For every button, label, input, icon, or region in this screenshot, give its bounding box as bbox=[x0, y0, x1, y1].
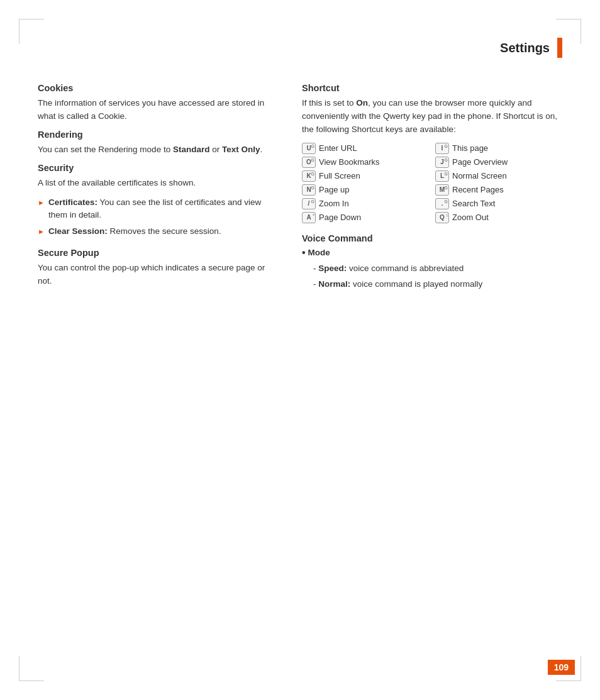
shortcut-item: /GZoom In bbox=[302, 198, 429, 209]
key-badge: LG bbox=[435, 170, 449, 182]
key-badge: UG bbox=[302, 143, 316, 154]
secure-popup-section: Secure Popup You can control the pop-up … bbox=[38, 248, 277, 288]
shortcut-item: OGView Bookmarks bbox=[302, 157, 429, 168]
voice-command-section: Voice Command Mode - Speed: voice comman… bbox=[302, 233, 562, 291]
secure-popup-text: You can control the pop-up which indicat… bbox=[38, 262, 277, 288]
corner-mark-tr-v bbox=[581, 19, 581, 44]
main-content: Cookies The information of services you … bbox=[0, 70, 600, 319]
corner-mark-bl-h bbox=[19, 681, 44, 681]
key-badge: JG bbox=[435, 157, 449, 168]
title-accent-bar bbox=[557, 38, 562, 58]
shortcut-item: KGFull Screen bbox=[302, 170, 429, 182]
corner-mark-tl-h bbox=[19, 19, 44, 19]
shortcut-section: Shortcut If this is set to On, you can u… bbox=[302, 83, 562, 223]
shortcut-heading: Shortcut bbox=[302, 83, 562, 93]
shortcut-item: NGPage up bbox=[302, 184, 429, 196]
certificates-bullet: ► Certificates: You can see the list of … bbox=[38, 196, 277, 222]
voice-command-heading: Voice Command bbox=[302, 233, 562, 243]
corner-mark-br-v bbox=[581, 656, 581, 681]
key-badge: A* bbox=[302, 212, 316, 223]
normal-sub-item: - Normal: voice command is played normal… bbox=[313, 278, 562, 291]
key-badge: Q! bbox=[435, 212, 449, 223]
key-badge: IG bbox=[435, 143, 449, 154]
shortcut-label: Page Down bbox=[319, 213, 361, 222]
shortcut-label: Page Overview bbox=[452, 157, 508, 167]
corner-mark-br-h bbox=[556, 681, 581, 681]
shortcut-label: View Bookmarks bbox=[319, 157, 380, 167]
speed-sub-item: - Speed: voice command is abbreviated bbox=[313, 262, 562, 275]
shortcut-item: .GSearch Text bbox=[435, 198, 562, 209]
secure-popup-heading: Secure Popup bbox=[38, 248, 277, 258]
bullet-arrow-icon: ► bbox=[38, 197, 45, 208]
page-header: Settings bbox=[0, 0, 600, 70]
shortcut-intro: If this is set to On, you can use the br… bbox=[302, 97, 562, 136]
shortcut-item: JGPage Overview bbox=[435, 157, 562, 168]
key-badge: /G bbox=[302, 198, 316, 209]
shortcut-item: LGNormal Screen bbox=[435, 170, 562, 182]
key-badge: MG bbox=[435, 184, 449, 196]
rendering-heading: Rendering bbox=[38, 130, 277, 140]
shortcut-label: Normal Screen bbox=[452, 171, 507, 181]
security-heading: Security bbox=[38, 163, 277, 173]
shortcut-item: Q!Zoom Out bbox=[435, 212, 562, 223]
clear-session-bullet: ► Clear Session: Removes the secure sess… bbox=[38, 225, 277, 238]
bullet-arrow-icon-2: ► bbox=[38, 226, 45, 237]
shortcut-item: IGThis page bbox=[435, 143, 562, 154]
key-badge: OG bbox=[302, 157, 316, 168]
cookies-text: The information of services you have acc… bbox=[38, 97, 277, 123]
shortcut-item: MGRecent Pages bbox=[435, 184, 562, 196]
certificates-text: Certificates: You can see the list of ce… bbox=[48, 196, 277, 222]
corner-mark-tl-v bbox=[19, 19, 19, 44]
key-badge: NG bbox=[302, 184, 316, 196]
cookies-section: Cookies The information of services you … bbox=[38, 83, 277, 123]
shortcut-label: This page bbox=[452, 143, 488, 153]
shortcut-label: Page up bbox=[319, 185, 349, 194]
shortcut-label: Search Text bbox=[452, 199, 495, 208]
key-badge: .G bbox=[435, 198, 449, 209]
mode-bullet: Mode bbox=[302, 247, 562, 258]
page-number: 109 bbox=[548, 660, 575, 675]
shortcut-label: Full Screen bbox=[319, 171, 360, 181]
key-badge: KG bbox=[302, 170, 316, 182]
cookies-heading: Cookies bbox=[38, 83, 277, 93]
corner-mark-bl-v bbox=[19, 656, 19, 681]
shortcut-label: Zoom In bbox=[319, 199, 349, 208]
shortcut-item: A*Page Down bbox=[302, 212, 429, 223]
shortcut-label: Enter URL bbox=[319, 143, 357, 153]
security-intro: A list of the available certificates is … bbox=[38, 177, 277, 190]
security-section: Security A list of the available certifi… bbox=[38, 163, 277, 238]
mode-label: Mode bbox=[308, 248, 330, 257]
shortcut-label: Recent Pages bbox=[452, 185, 504, 194]
right-column: Shortcut If this is set to On, you can u… bbox=[302, 83, 562, 294]
shortcut-label: Zoom Out bbox=[452, 213, 489, 222]
rendering-section: Rendering You can set the Rendering mode… bbox=[38, 130, 277, 157]
page-title: Settings bbox=[500, 41, 550, 55]
left-column: Cookies The information of services you … bbox=[38, 83, 277, 294]
shortcut-item: UGEnter URL bbox=[302, 143, 429, 154]
corner-mark-tr-h bbox=[556, 19, 581, 19]
rendering-text: You can set the Rendering mode to Standa… bbox=[38, 143, 277, 157]
shortcut-key-grid: UGEnter URLIGThis pageOGView BookmarksJG… bbox=[302, 143, 562, 223]
clear-session-text: Clear Session: Removes the secure sessio… bbox=[48, 225, 221, 238]
